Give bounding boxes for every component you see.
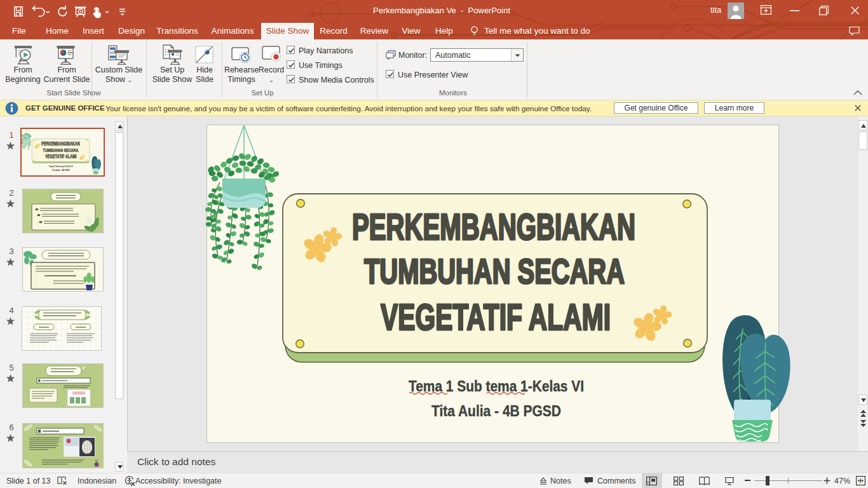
svg-text:PERKEMBANGBIAKAN: PERKEMBANGBIAKAN (352, 207, 635, 247)
svg-text:Tita Aulia - 4B PGSD: Tita Aulia - 4B PGSD (431, 402, 561, 419)
svg-text:VEGETATIF ALAMI: VEGETATIF ALAMI (381, 297, 611, 337)
svg-text:TUMBUHAN SECARA: TUMBUHAN SECARA (364, 252, 625, 291)
